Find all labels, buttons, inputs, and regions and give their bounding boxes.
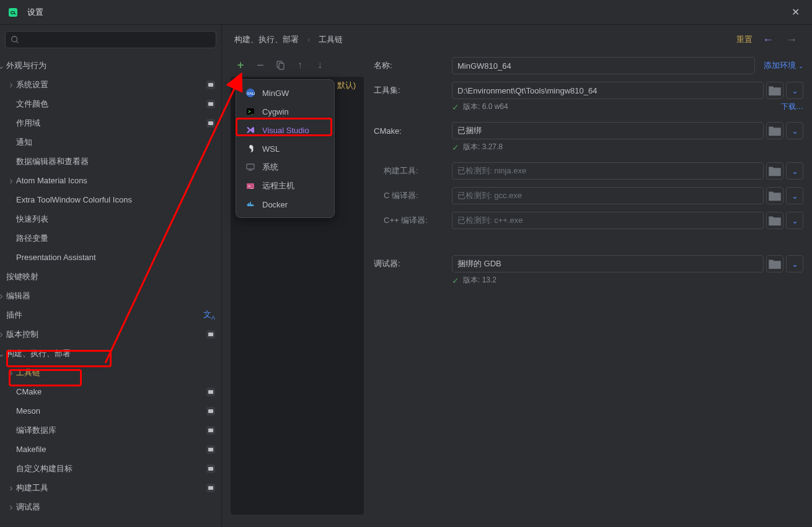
browse-folder-button[interactable] [766, 162, 783, 180]
tree-item-label: 文件颜色 [16, 98, 48, 110]
browse-folder-button[interactable] [766, 82, 783, 99]
toolchain-toolbar: + − ↑ ↓ [231, 54, 364, 76]
tree-item[interactable]: 系统设置 [0, 75, 221, 94]
tree-item[interactable]: 文件颜色 [0, 94, 221, 113]
popup-item-docker[interactable]: Docker [236, 195, 334, 214]
svg-text:>_: >_ [248, 109, 254, 115]
tree-item[interactable]: 编译数据库 [0, 420, 221, 440]
tree-item[interactable]: 作用域 [0, 113, 221, 133]
popup-item-system[interactable]: 系统 [236, 158, 334, 176]
search-input[interactable] [5, 31, 216, 48]
tree-item[interactable]: 快速列表 [0, 209, 221, 229]
tree-item[interactable]: Presentation Assistant [0, 248, 221, 267]
popup-item-label: 远程主机 [262, 180, 294, 191]
popup-item-remote[interactable]: >_远程主机 [236, 176, 334, 195]
tree-item-label: 外观与行为 [6, 60, 46, 71]
popup-item-wsl[interactable]: WSL [236, 139, 334, 158]
popup-item-mingw[interactable]: GNUMinGW [236, 84, 334, 102]
name-input[interactable]: MinGW810_64 [452, 57, 755, 74]
tree-item[interactable]: 构建工具 [0, 478, 221, 497]
tree-item[interactable]: CMake [0, 382, 221, 401]
svg-rect-4 [208, 83, 213, 87]
popup-item-vs[interactable]: Visual Studio [236, 121, 334, 139]
tree-item[interactable]: 数据编辑器和查看器 [0, 152, 221, 171]
tree-item[interactable]: 版本控制 [0, 324, 221, 344]
tree-item[interactable]: 自定义构建目标 [0, 459, 221, 478]
c-compiler-input[interactable]: 已检测到: gcc.exe [452, 187, 764, 204]
tree-item[interactable]: 调试器 [0, 497, 221, 516]
chevron-right-icon [6, 79, 16, 90]
cpp-compiler-input[interactable]: 已检测到: c++.exe [452, 212, 764, 229]
tree-item[interactable]: 通知 [0, 133, 221, 152]
back-arrow-icon[interactable]: ← [760, 33, 776, 46]
forward-arrow-icon[interactable]: → [783, 33, 800, 46]
chevron-right-icon [6, 482, 16, 494]
chevron-right-icon [0, 290, 6, 302]
popup-item-cygwin[interactable]: >_Cygwin [236, 102, 334, 121]
browse-folder-button[interactable] [766, 255, 783, 272]
project-badge-icon [206, 388, 215, 396]
tree-item[interactable]: 构建、执行、部署 [0, 344, 221, 363]
dropdown-button[interactable]: ⌄ [786, 255, 803, 272]
move-up-button[interactable]: ↑ [293, 58, 307, 72]
dropdown-button[interactable]: ⌄ [786, 212, 803, 229]
popup-item-label: Docker [262, 200, 288, 209]
browse-folder-button[interactable] [766, 212, 783, 229]
buildtool-input[interactable]: 已检测到: ninja.exe [452, 162, 764, 180]
dropdown-button[interactable]: ⌄ [786, 122, 803, 139]
tree-item[interactable]: Meson [0, 401, 221, 420]
chevron-right-icon [6, 502, 16, 513]
tree-item[interactable]: 路径变量 [0, 229, 221, 248]
chevron-right-icon [6, 367, 16, 378]
tree-item-label: 构建工具 [16, 482, 48, 494]
tree-item-label: 工具链 [16, 367, 40, 378]
tree-item[interactable]: 编辑器 [0, 286, 221, 305]
toolset-label: 工具集: [374, 85, 452, 96]
reset-link[interactable]: 重置 [736, 34, 752, 45]
svg-rect-15 [279, 63, 284, 69]
tree-item-label: 编译数据库 [16, 425, 56, 436]
tree-item[interactable]: 按键映射 [0, 267, 221, 286]
vs-icon [245, 125, 256, 135]
browse-folder-button[interactable] [766, 187, 783, 204]
download-link[interactable]: 下载… [781, 102, 803, 112]
tree-item[interactable]: 工具链 [0, 363, 221, 382]
tree-item-label: 路径变量 [16, 233, 48, 244]
move-down-button[interactable]: ↓ [312, 58, 327, 72]
popup-item-label: WSL [262, 144, 280, 154]
breadcrumb: 构建、执行、部署 › 工具链 [234, 34, 343, 45]
tree-item[interactable]: 插件文A [0, 305, 221, 324]
buildtool-label: 构建工具: [374, 165, 452, 176]
tree-item[interactable]: Extra ToolWindow Colorful Icons [0, 190, 221, 209]
tree-item[interactable]: Atom Material Icons [0, 171, 221, 190]
dropdown-button[interactable]: ⌄ [786, 82, 803, 99]
remove-button[interactable]: − [253, 58, 268, 72]
check-icon: ✓ [452, 142, 459, 152]
tree-item[interactable]: Makefile [0, 440, 221, 459]
dropdown-button[interactable]: ⌄ [786, 187, 803, 204]
tree-item[interactable]: 外观与行为 [0, 56, 221, 75]
svg-rect-8 [208, 390, 213, 394]
breadcrumb-part[interactable]: 构建、执行、部署 [234, 35, 299, 44]
tree-item-label: 按键映射 [6, 271, 38, 282]
debugger-input[interactable]: 捆绑的 GDB [452, 255, 764, 272]
project-badge-icon [206, 330, 215, 339]
copy-button[interactable] [273, 58, 288, 72]
window-title: 设置 [27, 7, 43, 18]
svg-text:>_: >_ [248, 184, 253, 189]
settings-sidebar: 外观与行为系统设置文件颜色作用域通知数据编辑器和查看器Atom Material… [0, 25, 222, 527]
popup-item-label: Cygwin [262, 107, 289, 116]
browse-folder-button[interactable] [766, 122, 783, 139]
cmake-label: CMake: [374, 126, 452, 136]
add-button[interactable]: + [233, 58, 248, 72]
close-button[interactable]: ✕ [787, 4, 805, 20]
tree-item-label: CMake [16, 387, 42, 396]
dropdown-button[interactable]: ⌄ [786, 162, 803, 180]
svg-rect-7 [208, 333, 213, 336]
tree-item-label: 作用域 [16, 118, 40, 129]
add-environment-link[interactable]: 添加环境 ⌄ [764, 60, 803, 71]
toolset-input[interactable]: D:\Environment\Qt\Tools\mingw810_64 [452, 82, 764, 99]
project-badge-icon [206, 464, 215, 473]
cmake-input[interactable]: 已捆绑 [452, 122, 764, 139]
tree-item-label: 系统设置 [16, 79, 48, 90]
